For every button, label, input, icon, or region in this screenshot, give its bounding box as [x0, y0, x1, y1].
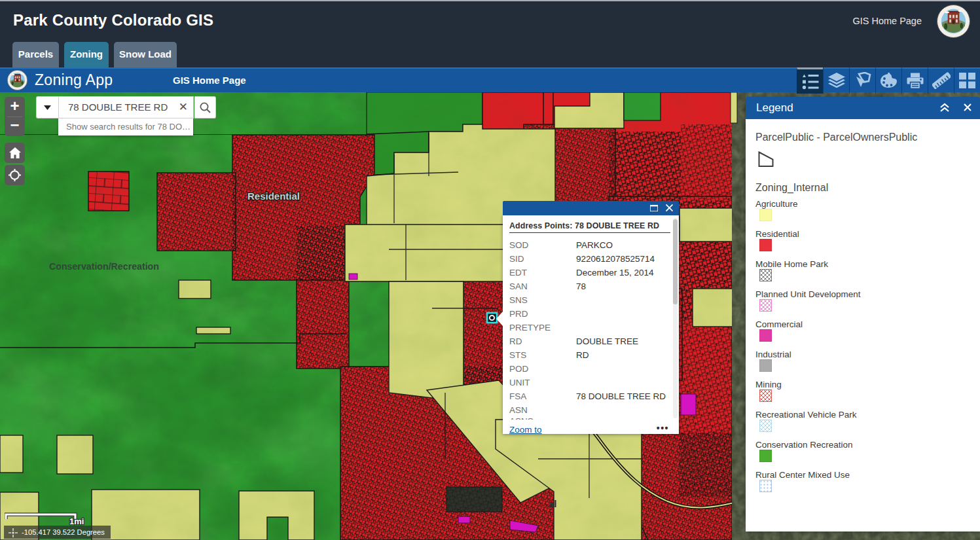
- svg-text:1mi: 1mi: [69, 516, 84, 526]
- svg-text:Residential: Residential: [247, 190, 300, 202]
- svg-text:al: al: [549, 498, 557, 509]
- svg-text:Conservation/Recreation: Conservation/Recreation: [49, 261, 159, 272]
